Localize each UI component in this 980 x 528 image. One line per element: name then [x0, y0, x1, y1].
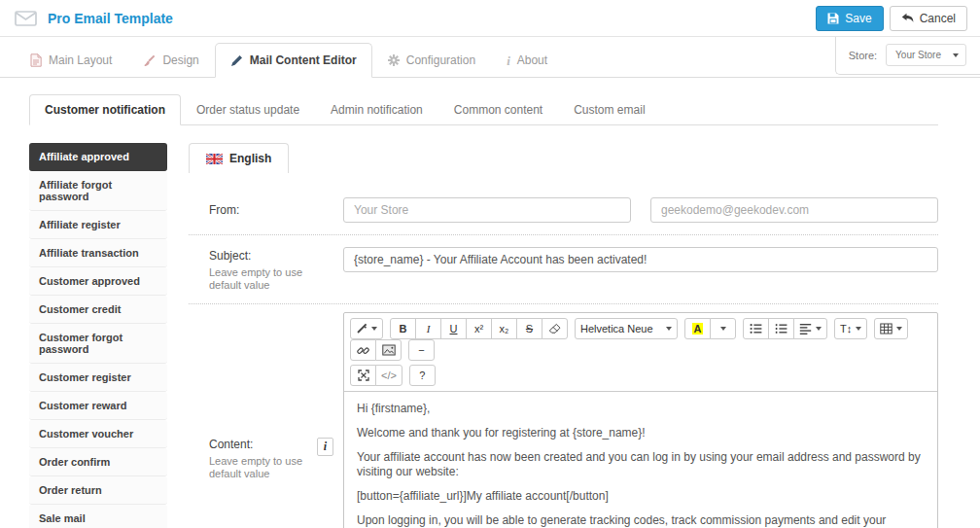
cancel-label: Cancel — [920, 12, 956, 25]
tab-main-layout[interactable]: Main Layout — [15, 43, 127, 78]
tab-configuration[interactable]: Configuration — [372, 43, 491, 78]
clear-format-button[interactable] — [542, 318, 568, 339]
subject-input[interactable] — [343, 247, 938, 272]
fullscreen-icon — [358, 370, 369, 381]
line-height-dropdown[interactable]: T↕ — [834, 318, 867, 339]
tab-about[interactable]: i About — [491, 43, 563, 78]
subject-label: Subject: — [209, 249, 251, 263]
horizontal-rule-button[interactable]: − — [408, 339, 435, 361]
list-item-affiliate-register[interactable]: Affiliate register — [29, 211, 167, 239]
paragraph-align-dropdown[interactable] — [793, 318, 827, 339]
envelope-icon — [15, 11, 37, 26]
chevron-down-icon — [856, 327, 861, 331]
from-label: From: — [189, 197, 343, 223]
font-name-value: Helvetica Neue — [580, 323, 653, 334]
list-item-customer-reward[interactable]: Customer reward — [29, 392, 167, 420]
main-tabs: Main Layout Design Mail Content Editor C… — [0, 37, 980, 78]
list-item-customer-voucher[interactable]: Customer voucher — [29, 420, 167, 448]
reply-arrow-icon — [901, 13, 914, 23]
info-icon: i — [507, 55, 510, 66]
chevron-down-icon — [666, 327, 672, 331]
brush-icon — [143, 54, 156, 67]
notification-tabs: Customer notification Order status updat… — [29, 94, 938, 125]
save-button[interactable]: Save — [816, 6, 883, 31]
link-icon — [357, 344, 369, 357]
list-item-customer-forgot-password[interactable]: Customer forgot password — [29, 324, 167, 364]
content-paragraph: Upon logging in, you will be able to gen… — [357, 513, 925, 528]
text-color-dropdown[interactable] — [710, 318, 736, 339]
list-item-affiliate-transaction[interactable]: Affiliate transaction — [29, 239, 167, 267]
uk-flag-icon — [206, 154, 223, 164]
tab-label: Design — [162, 53, 198, 67]
subject-hint: Leave empty to use default value — [209, 266, 326, 292]
font-family-dropdown[interactable]: Helvetica Neue — [575, 318, 678, 339]
subtab-common-content[interactable]: Common content — [438, 94, 558, 125]
code-view-button[interactable]: </> — [375, 365, 402, 386]
list-item-customer-approved[interactable]: Customer approved — [29, 267, 167, 296]
ordered-list-button[interactable] — [768, 318, 794, 339]
table-icon — [880, 323, 892, 334]
editor-content-area[interactable]: Hi {firstname}, Welcome and thank you fo… — [344, 391, 937, 528]
tab-mail-content-editor[interactable]: Mail Content Editor — [215, 43, 372, 78]
cancel-button[interactable]: Cancel — [890, 6, 967, 31]
list-item-affiliate-forgot-password[interactable]: Affiliate forgot password — [29, 171, 167, 211]
strikethrough-button[interactable]: S — [516, 318, 542, 339]
tab-label: About — [517, 53, 547, 67]
list-item-sale-mail[interactable]: Sale mail — [29, 505, 167, 528]
from-row: From: — [189, 186, 938, 235]
highlight-color-swatch: A — [692, 323, 704, 334]
underline-button[interactable]: U — [440, 318, 467, 339]
insert-link-button[interactable] — [350, 339, 376, 361]
email-template-list: Affiliate approved Affiliate forgot pass… — [29, 143, 167, 528]
gear-icon — [388, 54, 400, 66]
subtab-label: Customer notification — [45, 103, 165, 117]
superscript-button[interactable]: x² — [466, 318, 492, 339]
text-color-button[interactable]: A — [684, 318, 711, 339]
subtab-custom-email[interactable]: Custom email — [558, 94, 660, 125]
style-magic-button[interactable] — [350, 318, 383, 339]
italic-button[interactable]: I — [415, 318, 441, 339]
subscript-button[interactable]: x₂ — [491, 318, 517, 339]
tab-label: Configuration — [406, 53, 475, 67]
from-name-input[interactable] — [343, 197, 631, 223]
list-item-affiliate-approved[interactable]: Affiliate approved — [29, 143, 167, 171]
help-button[interactable]: ? — [409, 365, 436, 386]
line-height-glyph: T↕ — [840, 323, 852, 334]
content-info-button[interactable]: i — [317, 438, 333, 456]
app-header: Pro Email Template Save Cancel — [0, 0, 980, 37]
editor-toolbar: B I U x² x₂ S — [344, 313, 937, 391]
template-form: English From: Subject: Leave empty to us… — [189, 143, 938, 528]
subtab-customer-notification[interactable]: Customer notification — [29, 94, 181, 125]
list-item-order-return[interactable]: Order return — [29, 476, 167, 505]
eraser-icon — [548, 323, 561, 334]
chevron-down-icon — [720, 327, 726, 331]
store-selector: Store: Your Store — [835, 37, 980, 75]
tab-design[interactable]: Design — [127, 43, 214, 78]
list-item-customer-register[interactable]: Customer register — [29, 364, 167, 392]
subtab-label: Admin notification — [331, 103, 423, 117]
language-tab-english[interactable]: English — [189, 143, 289, 173]
content-row: Content: Leave empty to use default valu… — [189, 304, 938, 528]
insert-image-button[interactable] — [375, 339, 402, 361]
subject-row: Subject: Leave empty to use default valu… — [189, 235, 938, 304]
content-paragraph: Hi {firstname}, — [357, 402, 925, 416]
language-tab-label: English — [229, 152, 271, 165]
rich-text-editor: B I U x² x₂ S — [343, 312, 938, 528]
unordered-list-button[interactable] — [743, 318, 769, 339]
list-item-customer-credit[interactable]: Customer credit — [29, 296, 167, 324]
from-email-input[interactable] — [650, 197, 938, 223]
fullscreen-button[interactable] — [350, 365, 376, 386]
table-dropdown[interactable] — [874, 318, 908, 339]
page-title: Pro Email Template — [48, 11, 173, 26]
content-paragraph: Your affiliate account has now been crea… — [357, 450, 925, 479]
chevron-down-icon — [371, 327, 377, 331]
pencil-icon — [230, 54, 243, 67]
save-label: Save — [845, 12, 871, 25]
subtab-order-status-update[interactable]: Order status update — [181, 94, 315, 125]
tab-label: Mail Content Editor — [250, 53, 357, 67]
file-icon — [30, 53, 42, 67]
bold-button[interactable]: B — [390, 318, 416, 339]
store-select[interactable]: Your Store — [886, 44, 966, 66]
list-item-order-confirm[interactable]: Order confirm — [29, 448, 167, 476]
subtab-admin-notification[interactable]: Admin notification — [315, 94, 438, 125]
